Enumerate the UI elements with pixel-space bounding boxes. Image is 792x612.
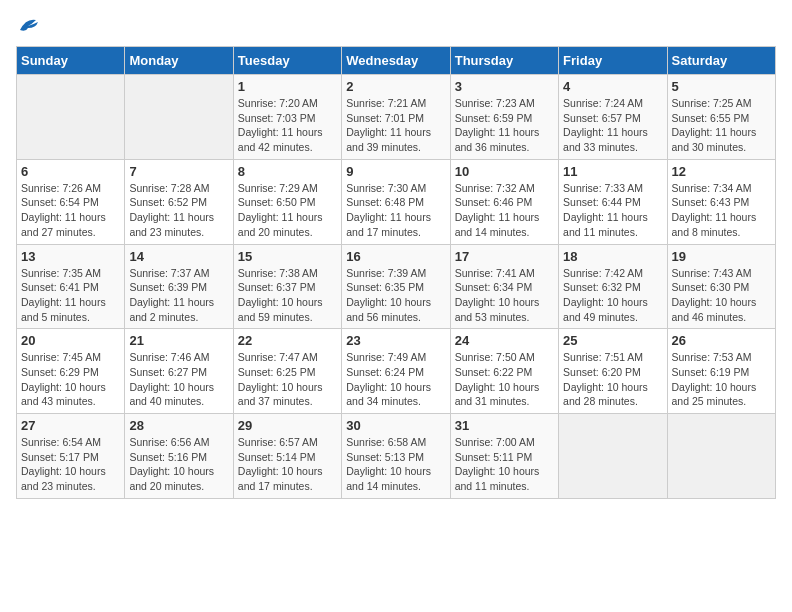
calendar-cell: 25Sunrise: 7:51 AMSunset: 6:20 PMDayligh… — [559, 329, 667, 414]
calendar-cell: 23Sunrise: 7:49 AMSunset: 6:24 PMDayligh… — [342, 329, 450, 414]
day-info: Sunrise: 7:49 AMSunset: 6:24 PMDaylight:… — [346, 350, 445, 409]
calendar-week-2: 6Sunrise: 7:26 AMSunset: 6:54 PMDaylight… — [17, 159, 776, 244]
day-info: Sunrise: 7:46 AMSunset: 6:27 PMDaylight:… — [129, 350, 228, 409]
day-info: Sunrise: 7:20 AMSunset: 7:03 PMDaylight:… — [238, 96, 337, 155]
day-info: Sunrise: 6:58 AMSunset: 5:13 PMDaylight:… — [346, 435, 445, 494]
calendar-week-3: 13Sunrise: 7:35 AMSunset: 6:41 PMDayligh… — [17, 244, 776, 329]
calendar-cell: 24Sunrise: 7:50 AMSunset: 6:22 PMDayligh… — [450, 329, 558, 414]
calendar-cell: 13Sunrise: 7:35 AMSunset: 6:41 PMDayligh… — [17, 244, 125, 329]
calendar-cell: 4Sunrise: 7:24 AMSunset: 6:57 PMDaylight… — [559, 75, 667, 160]
day-info: Sunrise: 7:34 AMSunset: 6:43 PMDaylight:… — [672, 181, 771, 240]
day-number: 20 — [21, 333, 120, 348]
calendar-cell: 27Sunrise: 6:54 AMSunset: 5:17 PMDayligh… — [17, 414, 125, 499]
day-info: Sunrise: 7:43 AMSunset: 6:30 PMDaylight:… — [672, 266, 771, 325]
calendar-cell: 6Sunrise: 7:26 AMSunset: 6:54 PMDaylight… — [17, 159, 125, 244]
day-info: Sunrise: 6:56 AMSunset: 5:16 PMDaylight:… — [129, 435, 228, 494]
day-info: Sunrise: 7:47 AMSunset: 6:25 PMDaylight:… — [238, 350, 337, 409]
calendar-cell: 2Sunrise: 7:21 AMSunset: 7:01 PMDaylight… — [342, 75, 450, 160]
day-info: Sunrise: 7:37 AMSunset: 6:39 PMDaylight:… — [129, 266, 228, 325]
calendar-cell: 14Sunrise: 7:37 AMSunset: 6:39 PMDayligh… — [125, 244, 233, 329]
day-info: Sunrise: 7:23 AMSunset: 6:59 PMDaylight:… — [455, 96, 554, 155]
day-info: Sunrise: 7:32 AMSunset: 6:46 PMDaylight:… — [455, 181, 554, 240]
day-number: 6 — [21, 164, 120, 179]
day-number: 12 — [672, 164, 771, 179]
day-info: Sunrise: 7:26 AMSunset: 6:54 PMDaylight:… — [21, 181, 120, 240]
calendar-cell: 9Sunrise: 7:30 AMSunset: 6:48 PMDaylight… — [342, 159, 450, 244]
day-info: Sunrise: 7:00 AMSunset: 5:11 PMDaylight:… — [455, 435, 554, 494]
day-number: 28 — [129, 418, 228, 433]
day-number: 7 — [129, 164, 228, 179]
day-info: Sunrise: 7:24 AMSunset: 6:57 PMDaylight:… — [563, 96, 662, 155]
calendar-cell — [125, 75, 233, 160]
day-info: Sunrise: 7:39 AMSunset: 6:35 PMDaylight:… — [346, 266, 445, 325]
day-info: Sunrise: 7:33 AMSunset: 6:44 PMDaylight:… — [563, 181, 662, 240]
day-info: Sunrise: 7:30 AMSunset: 6:48 PMDaylight:… — [346, 181, 445, 240]
day-number: 14 — [129, 249, 228, 264]
calendar-table: SundayMondayTuesdayWednesdayThursdayFrid… — [16, 46, 776, 499]
day-info: Sunrise: 7:28 AMSunset: 6:52 PMDaylight:… — [129, 181, 228, 240]
calendar-cell: 26Sunrise: 7:53 AMSunset: 6:19 PMDayligh… — [667, 329, 775, 414]
calendar-cell: 5Sunrise: 7:25 AMSunset: 6:55 PMDaylight… — [667, 75, 775, 160]
day-number: 15 — [238, 249, 337, 264]
column-header-tuesday: Tuesday — [233, 47, 341, 75]
calendar-week-1: 1Sunrise: 7:20 AMSunset: 7:03 PMDaylight… — [17, 75, 776, 160]
day-info: Sunrise: 7:53 AMSunset: 6:19 PMDaylight:… — [672, 350, 771, 409]
day-number: 13 — [21, 249, 120, 264]
day-info: Sunrise: 7:25 AMSunset: 6:55 PMDaylight:… — [672, 96, 771, 155]
calendar-week-4: 20Sunrise: 7:45 AMSunset: 6:29 PMDayligh… — [17, 329, 776, 414]
day-number: 29 — [238, 418, 337, 433]
day-info: Sunrise: 6:54 AMSunset: 5:17 PMDaylight:… — [21, 435, 120, 494]
day-number: 5 — [672, 79, 771, 94]
day-number: 1 — [238, 79, 337, 94]
calendar-cell: 31Sunrise: 7:00 AMSunset: 5:11 PMDayligh… — [450, 414, 558, 499]
calendar-cell: 10Sunrise: 7:32 AMSunset: 6:46 PMDayligh… — [450, 159, 558, 244]
column-header-thursday: Thursday — [450, 47, 558, 75]
day-info: Sunrise: 7:42 AMSunset: 6:32 PMDaylight:… — [563, 266, 662, 325]
calendar-cell: 21Sunrise: 7:46 AMSunset: 6:27 PMDayligh… — [125, 329, 233, 414]
day-number: 10 — [455, 164, 554, 179]
day-number: 21 — [129, 333, 228, 348]
day-number: 26 — [672, 333, 771, 348]
day-number: 3 — [455, 79, 554, 94]
day-number: 18 — [563, 249, 662, 264]
calendar-cell: 12Sunrise: 7:34 AMSunset: 6:43 PMDayligh… — [667, 159, 775, 244]
day-number: 25 — [563, 333, 662, 348]
calendar-cell: 7Sunrise: 7:28 AMSunset: 6:52 PMDaylight… — [125, 159, 233, 244]
calendar-cell: 15Sunrise: 7:38 AMSunset: 6:37 PMDayligh… — [233, 244, 341, 329]
day-number: 4 — [563, 79, 662, 94]
day-info: Sunrise: 7:35 AMSunset: 6:41 PMDaylight:… — [21, 266, 120, 325]
calendar-cell: 18Sunrise: 7:42 AMSunset: 6:32 PMDayligh… — [559, 244, 667, 329]
column-header-saturday: Saturday — [667, 47, 775, 75]
day-number: 27 — [21, 418, 120, 433]
calendar-cell: 30Sunrise: 6:58 AMSunset: 5:13 PMDayligh… — [342, 414, 450, 499]
day-number: 2 — [346, 79, 445, 94]
day-number: 22 — [238, 333, 337, 348]
calendar-cell: 1Sunrise: 7:20 AMSunset: 7:03 PMDaylight… — [233, 75, 341, 160]
day-number: 23 — [346, 333, 445, 348]
calendar-header: SundayMondayTuesdayWednesdayThursdayFrid… — [17, 47, 776, 75]
day-info: Sunrise: 7:21 AMSunset: 7:01 PMDaylight:… — [346, 96, 445, 155]
day-number: 19 — [672, 249, 771, 264]
day-number: 11 — [563, 164, 662, 179]
day-info: Sunrise: 7:50 AMSunset: 6:22 PMDaylight:… — [455, 350, 554, 409]
calendar-cell: 16Sunrise: 7:39 AMSunset: 6:35 PMDayligh… — [342, 244, 450, 329]
day-info: Sunrise: 7:41 AMSunset: 6:34 PMDaylight:… — [455, 266, 554, 325]
day-info: Sunrise: 7:29 AMSunset: 6:50 PMDaylight:… — [238, 181, 337, 240]
day-number: 16 — [346, 249, 445, 264]
day-info: Sunrise: 6:57 AMSunset: 5:14 PMDaylight:… — [238, 435, 337, 494]
calendar-cell — [17, 75, 125, 160]
day-info: Sunrise: 7:51 AMSunset: 6:20 PMDaylight:… — [563, 350, 662, 409]
column-header-wednesday: Wednesday — [342, 47, 450, 75]
column-header-sunday: Sunday — [17, 47, 125, 75]
header-row: SundayMondayTuesdayWednesdayThursdayFrid… — [17, 47, 776, 75]
day-number: 8 — [238, 164, 337, 179]
calendar-cell — [559, 414, 667, 499]
day-number: 30 — [346, 418, 445, 433]
calendar-cell: 20Sunrise: 7:45 AMSunset: 6:29 PMDayligh… — [17, 329, 125, 414]
logo-bird-icon — [18, 16, 40, 34]
calendar-cell: 17Sunrise: 7:41 AMSunset: 6:34 PMDayligh… — [450, 244, 558, 329]
day-number: 31 — [455, 418, 554, 433]
day-number: 24 — [455, 333, 554, 348]
calendar-cell: 11Sunrise: 7:33 AMSunset: 6:44 PMDayligh… — [559, 159, 667, 244]
day-number: 9 — [346, 164, 445, 179]
